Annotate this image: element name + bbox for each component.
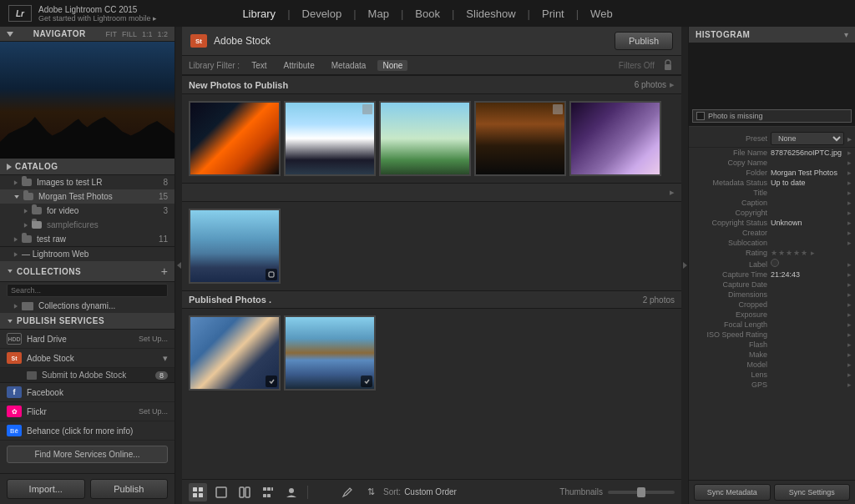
histogram-toggle[interactable]: ▾ (844, 30, 848, 39)
sublocation-options[interactable]: ▸ (847, 239, 852, 247)
make-options[interactable]: ▸ (847, 350, 852, 359)
photo-mountain-lake[interactable] (284, 315, 376, 391)
star-2[interactable]: ★ (778, 249, 785, 257)
lightroom-web-item[interactable]: — Lightroom Web (0, 246, 175, 261)
service-submit-stock[interactable]: Submit to Adobe Stock 8 (0, 368, 175, 383)
star-1[interactable]: ★ (771, 249, 777, 257)
collections-item-dynamic[interactable]: Collections dynami... (0, 299, 175, 313)
filter-metadata-btn[interactable]: Metadata (326, 60, 372, 71)
nav-web[interactable]: Web (580, 4, 623, 23)
filter-attribute-btn[interactable]: Attribute (278, 60, 319, 71)
collections-add-btn[interactable]: + (161, 265, 168, 278)
nav-book[interactable]: Book (405, 4, 450, 23)
star-3[interactable]: ★ (786, 249, 792, 257)
histogram-header[interactable]: Histogram ▾ (689, 27, 855, 43)
dimensions-options[interactable]: ▸ (847, 290, 852, 299)
creator-options[interactable]: ▸ (847, 229, 852, 237)
filter-lock-btn[interactable] (661, 58, 675, 72)
flickr-setup[interactable]: Set Up... (139, 407, 168, 416)
catalog-item-testraw[interactable]: test raw 11 (0, 232, 175, 246)
thumbnail-slider[interactable] (608, 491, 675, 494)
loupe-view-btn[interactable] (212, 483, 230, 501)
photo-pumpkin[interactable] (189, 101, 281, 176)
import-button[interactable]: Import... (7, 479, 85, 499)
sync-settings-btn[interactable]: Sync Settings (774, 484, 851, 501)
label-color-dot[interactable] (771, 259, 779, 267)
label-options[interactable]: ▸ (847, 260, 852, 269)
nav-fill-btn[interactable]: FILL (122, 30, 137, 38)
sync-metadata-btn[interactable]: Sync Metadata (694, 484, 771, 501)
caption-options[interactable]: ▸ (847, 199, 852, 207)
people-view-btn[interactable] (282, 483, 301, 501)
sort-order-btn[interactable]: ⇅ (362, 483, 380, 501)
publish-top-button[interactable]: Publish (615, 32, 673, 50)
photo-bubble[interactable] (569, 101, 661, 176)
service-adobe-stock[interactable]: St Adobe Stock ▾ (0, 349, 175, 368)
service-behance[interactable]: Bē Behance (click for more info) (0, 421, 175, 441)
flash-options[interactable]: ▸ (847, 340, 852, 349)
star-5[interactable]: ★ (801, 249, 807, 257)
copyright-status-options[interactable]: ▸ (847, 219, 852, 227)
nav-library[interactable]: Library (232, 4, 286, 23)
filename-options[interactable]: ▸ (847, 149, 852, 157)
copyright-options[interactable]: ▸ (847, 209, 852, 217)
left-panel-handle[interactable] (175, 27, 182, 504)
nav-print[interactable]: Print (532, 4, 574, 23)
publish-services-header[interactable]: Publish Services (0, 313, 175, 330)
catalog-item-sample[interactable]: sampleficures (0, 218, 175, 232)
photo-silhouettes[interactable] (474, 101, 566, 176)
survey-view-btn[interactable] (259, 483, 277, 501)
focal-length-options[interactable]: ▸ (847, 320, 852, 329)
navigator-header[interactable]: Navigator FIT FILL 1:1 1:2 (0, 27, 175, 42)
compare-view-btn[interactable] (235, 483, 254, 501)
exposure-options[interactable]: ▸ (847, 310, 852, 319)
capture-date-options[interactable]: ▸ (847, 280, 852, 289)
model-options[interactable]: ▸ (847, 360, 852, 369)
catalog-item-video[interactable]: for video 3 (0, 204, 175, 218)
cropped-options[interactable]: ▸ (847, 300, 852, 309)
nav-slideshow[interactable]: Slideshow (456, 4, 525, 23)
copyname-options[interactable]: ▸ (847, 159, 852, 167)
title-options[interactable]: ▸ (847, 189, 852, 197)
photo-windmills[interactable] (379, 101, 471, 176)
nav-fit-btn[interactable]: FIT (105, 30, 117, 38)
photo-skier[interactable] (284, 101, 376, 176)
catalog-header[interactable]: Catalog (0, 159, 175, 175)
photo-team[interactable] (189, 209, 281, 284)
sort-value[interactable]: Custom Order (404, 487, 457, 496)
rating-stars[interactable]: ★ ★ ★ ★ ★ (771, 249, 807, 257)
missing-checkbox[interactable] (696, 112, 705, 120)
preset-select[interactable]: None (771, 132, 844, 145)
grid-view-btn[interactable] (189, 483, 207, 501)
service-hard-drive[interactable]: HDD Hard Drive Set Up... (0, 330, 175, 349)
service-flickr[interactable]: ✿ Flickr Set Up... (0, 402, 175, 421)
star-4[interactable]: ★ (793, 249, 800, 257)
edit-btn[interactable] (338, 483, 357, 501)
folder-options[interactable]: ▸ (847, 169, 852, 177)
rating-options[interactable]: ▸ (811, 249, 815, 257)
collections-header[interactable]: Collections + (0, 261, 175, 282)
gps-options[interactable]: ▸ (847, 381, 852, 389)
capture-time-options[interactable]: ▸ (847, 270, 852, 279)
photo-woman[interactable] (189, 315, 281, 391)
right-panel-handle[interactable] (681, 27, 688, 504)
publish-button[interactable]: Publish (90, 479, 169, 499)
service-facebook[interactable]: f Facebook (0, 383, 175, 402)
iso-options[interactable]: ▸ (847, 330, 852, 339)
thumbnail-slider-handle[interactable] (637, 487, 645, 497)
filter-text-btn[interactable]: Text (246, 60, 271, 71)
nav-develop[interactable]: Develop (292, 4, 352, 23)
collections-search-input[interactable] (7, 284, 168, 297)
spray-btn[interactable] (315, 483, 333, 501)
nav-1-2-btn[interactable]: 1:2 (157, 30, 168, 38)
catalog-item-images[interactable]: Images to test LR 8 (0, 175, 175, 189)
filter-none-btn[interactable]: None (377, 60, 407, 71)
find-more-services-btn[interactable]: Find More Services Online... (7, 446, 168, 463)
lens-options[interactable]: ▸ (847, 370, 852, 379)
center-scroll-area[interactable]: New Photos to Publish 6 photos ▸ (182, 75, 681, 479)
nav-1-1-btn[interactable]: 1:1 (142, 30, 153, 38)
metadata-status-options[interactable]: ▸ (847, 179, 852, 187)
hard-drive-setup[interactable]: Set Up... (139, 335, 168, 343)
catalog-item-morgan[interactable]: Morgan Test Photos 15 (0, 189, 175, 204)
nav-map[interactable]: Map (358, 4, 399, 23)
